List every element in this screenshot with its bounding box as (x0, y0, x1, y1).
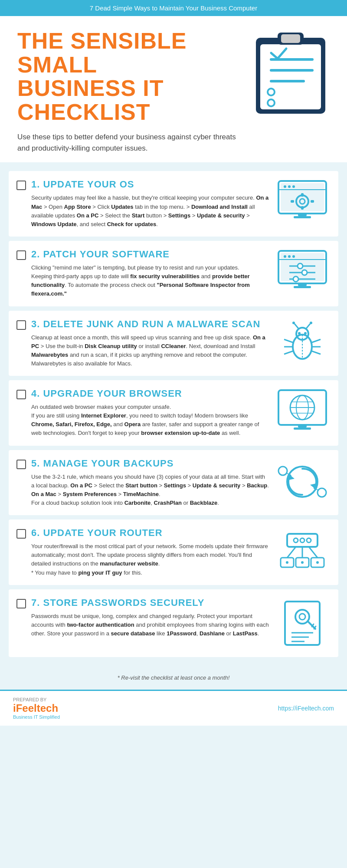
footer-brand: PREPARED BY iFeeltech Business IT Simpli… (13, 697, 60, 720)
item-7-icon (274, 597, 331, 649)
svg-line-45 (284, 351, 293, 354)
checkbox-6[interactable] (16, 529, 26, 539)
item-1-body: Security updates may feel like a hassle,… (31, 194, 269, 229)
svg-point-64 (318, 488, 326, 497)
svg-rect-36 (294, 286, 311, 288)
item-4-icon (274, 388, 331, 436)
svg-point-69 (300, 538, 304, 542)
svg-point-70 (307, 538, 311, 542)
item-2-icon (274, 249, 331, 292)
svg-point-26 (288, 255, 291, 258)
item-4-title: 4. UPGRADE YOUR BROWSER (31, 388, 269, 399)
checklist-item-3: 3. DELETE JUNK AND RUN A MALWARE SCAN Cl… (9, 311, 338, 376)
item-5-content: 5. MANAGE YOUR BACKUPS Use the 3-2-1 rul… (31, 458, 269, 508)
item-2-title: 2. PATCH YOUR SOFTWARE (31, 249, 269, 260)
svg-line-39 (295, 324, 299, 329)
checklist-item-7: 7. STORE PASSWORDS SECURELY Passwords mu… (9, 589, 338, 657)
footer-url[interactable]: https://iFeeltech.com (278, 705, 334, 712)
svg-point-11 (284, 185, 286, 188)
clipboard-icon (247, 25, 334, 120)
svg-rect-3 (281, 34, 300, 43)
item-3-title: 3. DELETE JUNK AND RUN A MALWARE SCAN (31, 319, 269, 330)
svg-point-78 (301, 561, 304, 564)
svg-point-79 (316, 561, 319, 564)
checkbox-3[interactable] (16, 320, 26, 330)
svg-point-60 (287, 467, 318, 497)
svg-point-50 (298, 332, 301, 335)
item-4-body: An outdated web browser makes your compu… (31, 403, 269, 438)
svg-point-32 (302, 270, 307, 275)
header-title: 7 Dead Simple Ways to Maintain Your Busi… (90, 4, 257, 12)
svg-line-73 (309, 547, 318, 558)
footer-note: * Re-visit the checklist at least once a… (0, 670, 347, 690)
svg-rect-18 (301, 206, 304, 210)
item-7-body: Passwords must be unique, long, complex … (31, 612, 269, 638)
item-1-title: 1. UPDATE YOUR OS (31, 179, 269, 190)
svg-rect-17 (301, 193, 304, 197)
item-5-body: Use the 3-2-1 rule, which means you shou… (31, 473, 269, 508)
item-3-icon (274, 319, 331, 366)
svg-rect-21 (298, 214, 307, 216)
checklist: 1. UPDATE YOUR OS Security updates may f… (0, 162, 347, 670)
checkbox-7[interactable] (16, 599, 26, 608)
checkbox-4[interactable] (16, 390, 26, 399)
svg-line-43 (284, 339, 293, 342)
svg-point-40 (292, 322, 295, 324)
svg-point-34 (293, 276, 298, 282)
checklist-item-4: 4. UPGRADE YOUR BROWSER An outdated web … (9, 380, 338, 446)
svg-point-63 (278, 467, 287, 475)
item-1-icon (274, 179, 331, 222)
brand-name: iFeeltech (13, 702, 60, 714)
svg-rect-59 (294, 427, 311, 430)
svg-point-12 (288, 185, 291, 188)
item-6-body: Your router/firewall is the most critica… (31, 542, 269, 577)
checklist-item-1: 1. UPDATE YOUR OS Security updates may f… (9, 171, 338, 237)
item-3-body: Cleanup at least once a month, this will… (31, 333, 269, 368)
footer: PREPARED BY iFeeltech Business IT Simpli… (0, 690, 347, 726)
item-1-content: 1. UPDATE YOUR OS Security updates may f… (31, 179, 269, 229)
item-6-content: 6. UPDATE YOUR ROUTER Your router/firewa… (31, 527, 269, 577)
svg-point-68 (294, 538, 298, 542)
prepared-by-label: PREPARED BY (13, 697, 60, 702)
svg-line-41 (306, 324, 310, 329)
item-4-content: 4. UPGRADE YOUR BROWSER An outdated web … (31, 388, 269, 438)
svg-point-51 (304, 332, 307, 335)
svg-rect-20 (311, 200, 314, 203)
checklist-item-5: 5. MANAGE YOUR BACKUPS Use the 3-2-1 rul… (9, 450, 338, 516)
item-5-icon (274, 458, 331, 506)
hero-section: THE SENSIBLE SMALL BUSINESS IT CHECKLIST… (0, 16, 347, 162)
checklist-item-6: 6. UPDATE YOUR ROUTER Your router/firewa… (9, 519, 338, 585)
svg-line-46 (312, 339, 321, 342)
hero-subtitle: Use these tips to better defend your bus… (17, 132, 243, 154)
svg-rect-58 (298, 425, 307, 427)
svg-point-42 (310, 322, 312, 324)
svg-rect-67 (287, 534, 318, 547)
checkbox-5[interactable] (16, 460, 26, 469)
item-3-content: 3. DELETE JUNK AND RUN A MALWARE SCAN Cl… (31, 319, 269, 368)
svg-line-48 (312, 351, 321, 354)
svg-point-13 (292, 185, 295, 188)
checkbox-1[interactable] (16, 181, 26, 190)
page-header: 7 Dead Simple Ways to Maintain Your Busi… (0, 0, 347, 16)
svg-line-71 (287, 547, 296, 558)
checkbox-2[interactable] (16, 250, 26, 260)
svg-point-82 (299, 614, 305, 620)
svg-point-77 (286, 561, 288, 564)
item-5-title: 5. MANAGE YOUR BACKUPS (31, 458, 269, 469)
svg-rect-35 (298, 283, 307, 286)
item-7-content: 7. STORE PASSWORDS SECURELY Passwords mu… (31, 597, 269, 638)
item-7-title: 7. STORE PASSWORDS SECURELY (31, 597, 269, 608)
item-6-title: 6. UPDATE YOUR ROUTER (31, 527, 269, 539)
svg-rect-22 (294, 216, 311, 218)
brand-tagline: Business IT Simplified (13, 714, 60, 720)
item-2-content: 2. PATCH YOUR SOFTWARE Clicking "remind … (31, 249, 269, 299)
checklist-item-2: 2. PATCH YOUR SOFTWARE Clicking "remind … (9, 241, 338, 306)
svg-rect-19 (291, 200, 294, 203)
svg-point-27 (292, 255, 295, 258)
item-2-body: Clicking "remind me later" is tempting, … (31, 263, 269, 299)
hero-title: THE SENSIBLE SMALL BUSINESS IT CHECKLIST (17, 29, 217, 124)
svg-point-30 (298, 263, 303, 269)
item-6-icon (274, 527, 331, 575)
svg-point-25 (284, 255, 286, 258)
